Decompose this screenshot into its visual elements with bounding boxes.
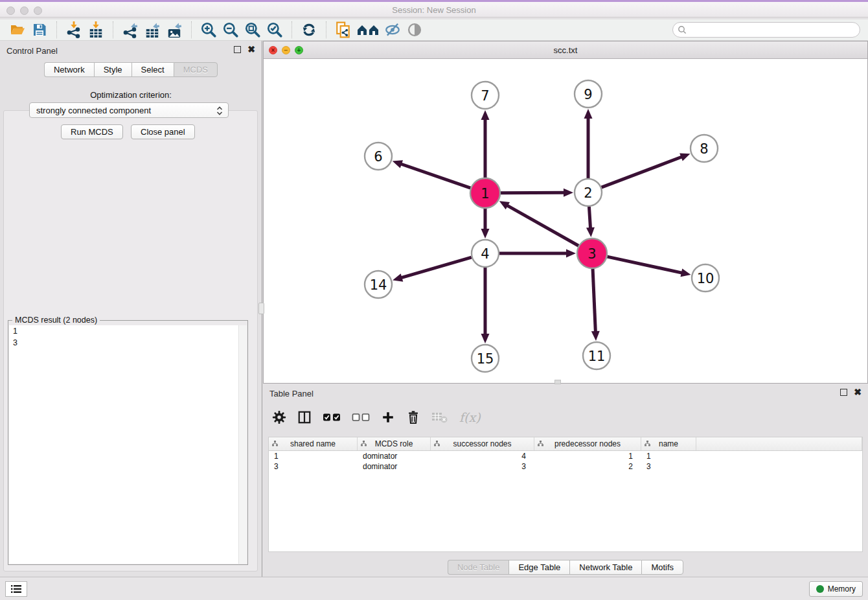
- mcds-result-line: 3: [9, 337, 247, 349]
- tab-select[interactable]: Select: [131, 62, 174, 77]
- new-network-from-selection-icon[interactable]: [334, 21, 353, 39]
- table-cell[interactable]: 3: [641, 461, 696, 472]
- table-tab-motifs[interactable]: Motifs: [641, 560, 683, 575]
- memory-button[interactable]: Memory: [809, 581, 863, 597]
- window-title: Session: New Session: [0, 5, 868, 15]
- column-header-shared-name[interactable]: shared name: [269, 437, 358, 450]
- table-cell[interactable]: 2: [534, 461, 641, 472]
- horizontal-splitter-handle[interactable]: [554, 380, 561, 384]
- graph-edge-1-6[interactable]: [400, 164, 470, 188]
- run-mcds-button[interactable]: Run MCDS: [61, 124, 123, 139]
- table-cell[interactable]: dominator: [358, 461, 431, 472]
- tab-style[interactable]: Style: [94, 62, 131, 77]
- graph-edge-2-8[interactable]: [602, 157, 683, 187]
- open-file-icon[interactable]: [8, 21, 27, 39]
- table-tab-network-table[interactable]: Network Table: [569, 560, 641, 575]
- mcds-result-lines: 13: [9, 325, 247, 349]
- import-table-icon[interactable]: [86, 21, 106, 39]
- show-panels-list-button[interactable]: [5, 581, 27, 597]
- mcds-result-textarea[interactable]: 13: [9, 325, 247, 564]
- table-cell[interactable]: 1: [534, 451, 641, 461]
- import-network-icon[interactable]: [64, 21, 84, 39]
- optimization-criterion-select[interactable]: strongly connected component: [29, 102, 229, 118]
- export-image-icon[interactable]: [165, 21, 184, 39]
- graph-edge-4-14[interactable]: [401, 257, 472, 278]
- list-icon: [10, 584, 22, 594]
- search-icon: [678, 25, 687, 37]
- graph-edge-arrowhead: [393, 273, 403, 281]
- show-column-panel-icon[interactable]: [297, 410, 312, 424]
- graph-node-label-2: 2: [584, 185, 592, 201]
- export-network-icon[interactable]: [120, 21, 140, 39]
- tab-network[interactable]: Network: [44, 62, 94, 77]
- mcds-result-scrollbar[interactable]: [238, 325, 247, 564]
- graph-edge-1-2[interactable]: [501, 192, 565, 193]
- hide-selected-icon[interactable]: [383, 21, 402, 39]
- save-session-icon[interactable]: [30, 21, 49, 39]
- control-panel: Control Panel ✖ NetworkStyleSelectMCDS O…: [0, 41, 262, 577]
- graph-edge-3-10[interactable]: [607, 257, 682, 273]
- graph-edge-arrowhead: [481, 110, 490, 120]
- function-builder-icon[interactable]: f(x): [459, 410, 481, 424]
- graph-node-label-8: 8: [700, 141, 708, 157]
- close-panel-button[interactable]: Close panel: [131, 124, 195, 139]
- zoom-in-icon[interactable]: [199, 21, 218, 39]
- table-cell[interactable]: 1: [641, 451, 696, 461]
- float-panel-icon[interactable]: [234, 46, 241, 53]
- apply-layout-icon[interactable]: [299, 21, 319, 39]
- table-tabs: Node TableEdge TableNetwork TableMotifs: [263, 560, 868, 575]
- network-window-titlebar[interactable]: × − + scc.txt: [264, 41, 867, 59]
- delete-table-icon[interactable]: [431, 411, 448, 424]
- settings-gear-icon[interactable]: [272, 410, 286, 424]
- zoom-fit-icon[interactable]: [243, 21, 262, 39]
- graph-edge-3-1[interactable]: [507, 205, 578, 246]
- node-table[interactable]: shared nameMCDS rolesuccessor nodesprede…: [268, 437, 863, 552]
- delete-row-icon[interactable]: [406, 410, 420, 424]
- table-row[interactable]: 3dominator323: [269, 461, 862, 472]
- close-table-panel-icon[interactable]: ✖: [854, 389, 862, 396]
- control-panel-header: Control Panel ✖: [0, 41, 262, 60]
- table-header: shared nameMCDS rolesuccessor nodesprede…: [269, 437, 862, 451]
- optimization-criterion-label: Optimization criterion:: [0, 90, 262, 100]
- toolbar-separator: [56, 21, 57, 38]
- select-stepper-icon: [216, 106, 223, 118]
- show-all-icon[interactable]: [405, 21, 424, 39]
- graph-edge-3-11[interactable]: [593, 269, 595, 332]
- column-header-name[interactable]: name: [641, 437, 696, 450]
- select-all-checkboxes-icon[interactable]: [323, 412, 341, 422]
- add-row-icon[interactable]: [381, 410, 395, 424]
- tab-mcds[interactable]: MCDS: [174, 62, 218, 77]
- close-panel-icon[interactable]: ✖: [247, 46, 255, 53]
- search-field-wrap: [672, 22, 860, 38]
- export-table-icon[interactable]: [143, 21, 162, 39]
- table-cell[interactable]: 3: [269, 461, 358, 472]
- table-tab-node-table[interactable]: Node Table: [448, 560, 509, 575]
- vertical-splitter-handle[interactable]: [258, 303, 264, 314]
- zoom-out-icon[interactable]: [221, 21, 240, 39]
- first-neighbors-icon[interactable]: [356, 21, 380, 39]
- table-cell[interactable]: 1: [269, 451, 358, 461]
- search-input[interactable]: [672, 22, 860, 38]
- column-header-MCDS-role[interactable]: MCDS role: [358, 437, 431, 450]
- graph-edge-arrowhead: [584, 109, 593, 119]
- deselect-all-checkboxes-icon[interactable]: [352, 412, 370, 422]
- network-canvas[interactable]: 7968124314101511: [264, 59, 867, 383]
- graph-node-label-3: 3: [588, 246, 596, 262]
- graph-edge-arrowhead: [591, 331, 600, 341]
- status-bar: Memory: [0, 577, 868, 600]
- graph-edge-arrowhead: [680, 269, 691, 277]
- graph-edge-arrowhead: [566, 249, 576, 258]
- table-panel-title: Table Panel: [269, 389, 314, 398]
- column-header-successor-nodes[interactable]: successor nodes: [431, 437, 534, 450]
- graph-edge-2-3[interactable]: [589, 207, 590, 229]
- table-tab-edge-table[interactable]: Edge Table: [508, 560, 569, 575]
- table-cell[interactable]: 3: [431, 461, 534, 472]
- table-row[interactable]: 1dominator411: [269, 451, 862, 461]
- table-cell[interactable]: dominator: [358, 451, 431, 461]
- float-table-panel-icon[interactable]: [840, 389, 847, 396]
- zoom-selected-icon[interactable]: [265, 21, 284, 39]
- table-toolbar: f(x): [272, 407, 481, 428]
- mcds-result-line: 1: [9, 325, 247, 337]
- column-header-predecessor-nodes[interactable]: predecessor nodes: [534, 437, 641, 450]
- table-cell[interactable]: 4: [431, 451, 534, 461]
